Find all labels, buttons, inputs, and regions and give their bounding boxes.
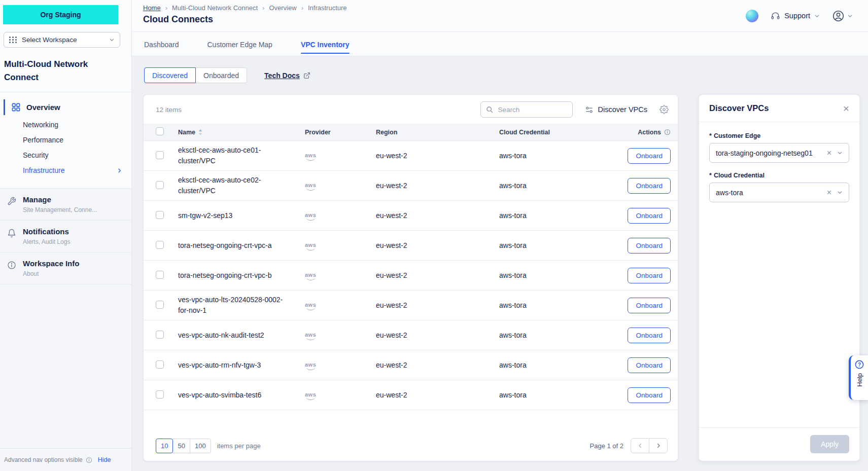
provider-cell: aws: [305, 180, 376, 191]
onboard-button[interactable]: Onboard: [628, 387, 671, 403]
breadcrumb-item[interactable]: Infrastructure: [297, 4, 347, 12]
help-tab[interactable]: ? Help: [849, 355, 868, 400]
workspace-selector[interactable]: Select Workspace: [4, 32, 120, 48]
apply-button[interactable]: Apply: [810, 435, 849, 453]
cloud-credential-select[interactable]: aws-tora ×: [709, 183, 849, 202]
selected-value: tora-staging-ongoing-netseg01: [716, 149, 827, 157]
sort-icon: [198, 129, 202, 135]
hide-nav-link[interactable]: Hide: [98, 456, 111, 463]
breadcrumb-item[interactable]: Multi-Cloud Network Connect: [161, 4, 258, 12]
page-size-50[interactable]: 50: [172, 439, 190, 453]
sidebar-filler: [0, 284, 131, 448]
row-checkbox[interactable]: [156, 301, 164, 309]
sidebar-sections: Manage Site Management, Conne... Notific…: [0, 188, 131, 284]
table-row: tora-netseg-ongoing-crt-vpc-b aws eu-wes…: [144, 260, 678, 290]
vpc-name: eksctl-cec-aws-auto-ce02-cluster/VPC: [178, 175, 286, 196]
select-all-checkbox[interactable]: [156, 127, 164, 135]
next-page-button[interactable]: [649, 438, 668, 453]
chevron-right-icon: [117, 168, 122, 173]
segment-onboarded[interactable]: Onboarded: [196, 67, 247, 83]
sidebar-item-manage[interactable]: Manage Site Management, Conne...: [0, 189, 131, 221]
onboard-button[interactable]: Onboard: [628, 208, 671, 224]
previous-page-button[interactable]: [631, 438, 649, 453]
row-checkbox[interactable]: [156, 360, 164, 369]
onboard-button[interactable]: Onboard: [628, 357, 671, 373]
breadcrumb-item[interactable]: Home: [143, 4, 161, 12]
onboard-button[interactable]: Onboard: [628, 268, 671, 283]
tab-vpc-inventory[interactable]: VPC Inventory: [301, 32, 350, 56]
sidebar-item-networking[interactable]: Networking: [0, 117, 131, 132]
info-icon[interactable]: [664, 129, 671, 135]
tab-dashboard[interactable]: Dashboard: [144, 32, 179, 56]
row-checkbox[interactable]: [156, 181, 164, 189]
headset-icon: [771, 11, 780, 21]
workspace-selector-label: Select Workspace: [22, 36, 77, 44]
row-checkbox[interactable]: [156, 390, 164, 398]
vpc-name: ves-vpc-auto-rm-nfv-tgw-3: [178, 360, 286, 371]
sidebar-item-infrastructure[interactable]: Infrastructure: [0, 163, 131, 178]
discover-vpcs-panel: Discover VPCs × *Customer Edge tora-stag…: [699, 94, 860, 461]
table-row: tora-netseg-ongoing-crt-vpc-a aws eu-wes…: [144, 230, 678, 260]
row-checkbox[interactable]: [156, 211, 164, 219]
vpc-name: tora-netseg-ongoing-crt-vpc-a: [178, 240, 286, 251]
sidebar-item-overview[interactable]: Overview: [4, 99, 131, 115]
credential-cell: aws-tora: [499, 271, 609, 279]
page-size-100[interactable]: 100: [190, 439, 211, 453]
clear-icon[interactable]: ×: [827, 188, 831, 197]
table-row: ves-vpc-auto-rm-nfv-tgw-3 aws eu-west-2 …: [144, 350, 678, 380]
row-checkbox[interactable]: [156, 241, 164, 249]
sidebar-item-security[interactable]: Security: [0, 148, 131, 163]
sidebar-item-workspace-info[interactable]: Workspace Info About: [0, 252, 131, 284]
onboard-button[interactable]: Onboard: [628, 298, 671, 313]
region-cell: eu-west-2: [376, 241, 499, 249]
external-link-icon: [303, 72, 310, 79]
row-checkbox[interactable]: [156, 151, 164, 159]
provider-cell: aws: [305, 360, 376, 370]
required-asterisk: *: [709, 132, 712, 139]
sidebar-item-label: Overview: [26, 103, 60, 112]
region-cell: eu-west-2: [376, 391, 499, 399]
onboard-button[interactable]: Onboard: [628, 238, 671, 253]
breadcrumb-item[interactable]: Overview: [258, 4, 297, 12]
svg-text:?: ?: [858, 362, 861, 368]
sidebar-item-notifications[interactable]: Notifications Alerts, Audit Logs: [0, 221, 131, 252]
onboard-button[interactable]: Onboard: [628, 328, 671, 343]
account-menu[interactable]: [832, 10, 853, 22]
sidebar-item-performance[interactable]: Performance: [0, 132, 131, 148]
discover-vpcs-button[interactable]: Discover VPCs: [585, 105, 648, 114]
search-input[interactable]: [497, 105, 567, 114]
onboard-button[interactable]: Onboard: [628, 178, 671, 194]
close-icon[interactable]: ×: [843, 103, 849, 114]
vpc-name: tora-netseg-ongoing-crt-vpc-b: [178, 270, 286, 281]
support-menu[interactable]: Support: [771, 11, 820, 21]
provider-cell: aws: [305, 240, 376, 250]
column-header-name[interactable]: Name: [178, 129, 305, 136]
vpc-name: sm-tgw-v2-sep13: [178, 210, 286, 221]
page-size-group: 1050100: [156, 439, 211, 453]
table-toolbar: 12 items: [144, 95, 678, 124]
advanced-nav-text: Advanced nav options visible: [4, 456, 83, 463]
page-title: Cloud Connects: [143, 14, 347, 25]
cloud-credential-field: *Cloud Credential aws-tora ×: [709, 172, 849, 202]
assistant-sphere-icon[interactable]: [746, 10, 758, 22]
customer-edge-select[interactable]: tora-staging-ongoing-netseg01 ×: [709, 143, 849, 163]
vpc-name: ves-vpc-auto-svimba-test6: [178, 390, 286, 401]
org-banner[interactable]: Org Staging: [3, 5, 118, 24]
row-checkbox[interactable]: [156, 331, 164, 339]
search-box: [480, 101, 573, 118]
tab-customer-edge-map[interactable]: Customer Edge Map: [207, 32, 272, 56]
section-label: Workspace Info: [23, 259, 79, 268]
field-label: *Cloud Credential: [709, 172, 849, 179]
segment-discovered[interactable]: Discovered: [144, 67, 196, 83]
selected-value: aws-tora: [716, 189, 827, 197]
gear-icon[interactable]: [659, 105, 669, 114]
row-checkbox[interactable]: [156, 271, 164, 279]
table-header: Name Provider Region Cloud Credential Ac…: [144, 124, 678, 140]
onboard-button[interactable]: Onboard: [628, 148, 671, 164]
clear-icon[interactable]: ×: [827, 149, 831, 158]
page-size-10[interactable]: 10: [156, 439, 173, 453]
workspace-grid-icon: [9, 37, 17, 43]
filter-bar: Discovered Onboarded Tech Docs: [144, 67, 868, 83]
tech-docs-link[interactable]: Tech Docs: [264, 71, 310, 80]
provider-cell: aws: [305, 330, 376, 340]
